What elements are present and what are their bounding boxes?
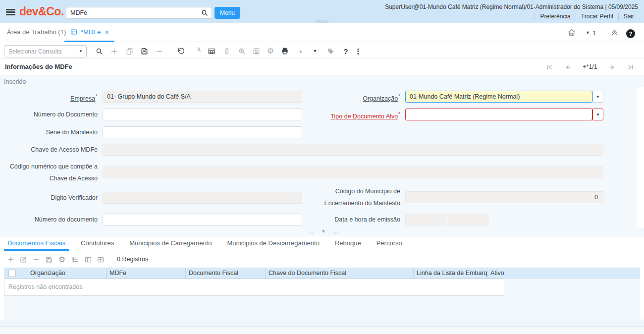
menu-button[interactable]: Menu: [215, 7, 240, 19]
collapse-all-icon[interactable]: [610, 27, 619, 37]
records-count: 0 Registros: [117, 251, 148, 268]
first-record-icon[interactable]: [545, 62, 554, 71]
header-collapse-handle[interactable]: [316, 20, 328, 23]
serie-do-manifesto-field[interactable]: [103, 126, 302, 138]
record-position: +*1/1: [583, 63, 597, 70]
window-selector[interactable]: ▼ 1: [586, 23, 596, 42]
tab-documentos-fiscais[interactable]: Documentos Fiscais: [4, 236, 69, 251]
caret-down-icon[interactable]: ▼: [309, 45, 321, 57]
vertical-scrollbar[interactable]: [637, 87, 644, 228]
home-icon[interactable]: [567, 28, 577, 37]
toolbar-help-icon[interactable]: ?: [340, 45, 352, 57]
detail-columns-icon[interactable]: [83, 254, 94, 266]
last-record-icon[interactable]: [626, 62, 635, 71]
caret-down-icon[interactable]: ▼: [75, 46, 86, 57]
detail-delete-icon[interactable]: [31, 254, 42, 266]
digito-verificador-label: Digito Verificador: [0, 192, 98, 204]
tab-percurso[interactable]: Percurso: [373, 236, 406, 251]
preferences-link[interactable]: Preferência: [535, 13, 575, 20]
detail-checklist-icon[interactable]: [70, 254, 81, 266]
tab-mdfe-label: *MDFe: [81, 28, 101, 36]
splitter-caret-down-icon[interactable]: ▾: [322, 229, 324, 234]
new-record-icon[interactable]: [108, 45, 120, 57]
numero-do-documento-2-field[interactable]: [103, 214, 302, 225]
close-tab-icon[interactable]: ×: [105, 28, 108, 36]
column-header-ativo[interactable]: Ativo: [487, 268, 640, 278]
settings-gear-icon[interactable]: ⚙: [265, 45, 276, 57]
print-icon[interactable]: [279, 45, 291, 57]
organizacao-combo[interactable]: 01-Mundo Café Matriz (Regime Normal): [405, 91, 592, 103]
codigo-municipio-field: 0: [405, 191, 603, 203]
numero-do-documento-field[interactable]: [103, 109, 302, 120]
help-icon[interactable]: ?: [626, 29, 635, 38]
grid-empty-message: Registros não encontrados: [4, 278, 504, 296]
empresa-label[interactable]: Empresa*: [0, 91, 98, 105]
more-options-kebab-icon[interactable]: ⋮: [352, 45, 364, 57]
copy-record-icon[interactable]: [123, 45, 135, 57]
tipo-de-documento-alvo-label[interactable]: Tipo de Documento Alvo*: [301, 109, 400, 122]
previous-record-icon[interactable]: [564, 62, 573, 71]
splitter-handle-icon[interactable]: …: [333, 228, 339, 234]
caret-down-icon: ▼: [586, 30, 590, 35]
caret-up-icon[interactable]: ▲: [295, 45, 307, 57]
tab-municipios-de-descarregamento[interactable]: Municipios de Descarregamento: [223, 236, 322, 251]
record-navigation: +*1/1: [545, 58, 635, 75]
detail-grid-icon[interactable]: [95, 254, 106, 266]
tab-reboque[interactable]: Reboque: [331, 236, 365, 251]
select-all-checkbox[interactable]: [8, 270, 16, 277]
tab-mdfe-active[interactable]: *MDFe ×: [64, 23, 114, 42]
grid-toggle-icon[interactable]: [206, 45, 217, 57]
find-icon[interactable]: [93, 45, 105, 57]
serie-do-manifesto-label: Serie do Manifesto: [0, 126, 98, 138]
refresh-icon[interactable]: [191, 45, 203, 57]
data-emissao-date-field: [405, 214, 447, 225]
select-all-cell: [4, 268, 27, 278]
report-icon[interactable]: [250, 45, 262, 57]
tipo-de-documento-alvo-combo[interactable]: [405, 109, 592, 120]
column-header-chave-documento-fiscal[interactable]: Chave do Documento Fiscal: [266, 268, 414, 278]
chave-de-acesso-field: [103, 144, 603, 156]
zoom-across-icon[interactable]: [236, 45, 248, 57]
tab-condutores[interactable]: Condutores: [77, 236, 117, 251]
hamburger-menu-icon[interactable]: [6, 9, 15, 15]
tag-label-icon[interactable]: [324, 45, 336, 57]
select-query-combo[interactable]: Selecionar Consulta ▼: [4, 45, 87, 57]
empresa-field: 01- Grupo Mundo do Café S/A: [103, 91, 302, 103]
window-form-icon: [70, 28, 78, 36]
footer-strip: [0, 320, 644, 326]
data-emissao-time-field: [448, 214, 488, 225]
app-logo: dev&Co.: [19, 5, 64, 18]
column-header-organizacao[interactable]: Organização: [27, 268, 107, 278]
logout-link[interactable]: Sair: [618, 13, 639, 20]
global-search: [66, 7, 212, 19]
codigo-municipio-label: Código do Município deEncerramento do Ma…: [301, 185, 400, 209]
numero-do-documento-2-label: Número do documento: [0, 214, 98, 225]
next-record-icon[interactable]: [607, 62, 616, 71]
tipo-documento-caret-down-icon[interactable]: ▼: [592, 109, 603, 120]
search-icon[interactable]: [198, 7, 212, 18]
tab-workspace[interactable]: Área de Trabalho (1): [0, 23, 73, 42]
open-window-count: 1: [592, 29, 596, 37]
undo-icon[interactable]: [175, 45, 187, 57]
delete-record-icon[interactable]: [153, 45, 165, 57]
tab-municipios-de-carregamento[interactable]: Municipios de Carregamento: [126, 236, 215, 251]
detail-gear-icon[interactable]: ⚙: [56, 254, 67, 266]
codigo-numerico-field: [103, 167, 603, 178]
column-header-mdfe[interactable]: MDFe: [107, 268, 186, 278]
detail-edit-icon[interactable]: [18, 254, 29, 266]
organizacao-caret-down-icon[interactable]: ▼: [592, 91, 603, 103]
splitter-handle-icon[interactable]: …: [308, 228, 314, 234]
save-icon[interactable]: [138, 45, 150, 57]
codigo-numerico-label: Código numérico que compõe aChave de Ace…: [0, 161, 98, 184]
organizacao-label[interactable]: Organização*: [301, 91, 400, 105]
change-role-link[interactable]: Trocar Perfil: [576, 13, 618, 20]
digito-verificador-field: [103, 192, 302, 204]
search-input[interactable]: [66, 9, 198, 16]
footer-bar: [0, 326, 644, 334]
data-e-hora-de-emissao-label: Data e hora de emissão: [301, 214, 400, 225]
column-header-linha-lista-embarque[interactable]: Linha da Lista de Embarque: [414, 268, 487, 278]
attachment-icon[interactable]: [220, 45, 232, 57]
detail-save-icon[interactable]: [44, 254, 54, 266]
column-header-documento-fiscal[interactable]: Documento Fiscal: [186, 268, 266, 278]
detail-new-icon[interactable]: [5, 254, 16, 266]
